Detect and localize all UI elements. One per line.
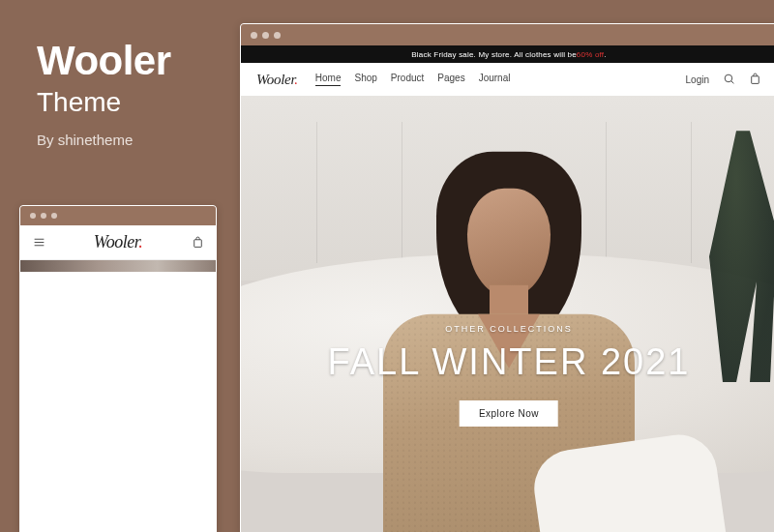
desktop-preview-window: Black Friday sale. My store. All clothes… bbox=[240, 23, 774, 532]
theme-name: Wooler bbox=[37, 41, 171, 81]
svg-rect-6 bbox=[752, 75, 759, 83]
hamburger-menu-icon[interactable] bbox=[30, 234, 47, 251]
traffic-light-dot bbox=[41, 213, 46, 219]
brand-logo-dot: . bbox=[294, 72, 297, 87]
traffic-light-dot bbox=[274, 32, 281, 39]
explore-now-button[interactable]: Explore Now bbox=[460, 400, 558, 427]
hero-eyebrow: OTHER COLLECTIONS bbox=[268, 324, 751, 334]
mobile-hero-strip bbox=[20, 260, 216, 272]
brand-logo[interactable]: Wooler. bbox=[256, 72, 298, 88]
hero-section: OTHER COLLECTIONS FALL WINTER 2021 Explo… bbox=[241, 96, 774, 532]
svg-point-4 bbox=[725, 74, 732, 82]
mobile-body bbox=[20, 272, 216, 532]
theme-byline: By shinetheme bbox=[37, 132, 171, 148]
login-link[interactable]: Login bbox=[686, 74, 709, 85]
nav-item-product[interactable]: Product bbox=[391, 73, 424, 86]
hero-title: FALL WINTER 2021 bbox=[268, 341, 751, 383]
brand-logo-text: Wooler bbox=[94, 232, 138, 251]
traffic-light-dot bbox=[262, 32, 269, 39]
shopping-bag-icon[interactable] bbox=[749, 73, 761, 87]
hero-image bbox=[241, 96, 774, 532]
nav-right: Login bbox=[686, 73, 761, 87]
nav-item-shop[interactable]: Shop bbox=[354, 73, 376, 86]
announcement-suffix: . bbox=[604, 50, 606, 59]
announcement-percent: 60% off bbox=[577, 50, 604, 59]
theme-title-block: Wooler Theme By shinetheme bbox=[37, 41, 171, 148]
brand-logo-text: Wooler bbox=[256, 72, 294, 87]
traffic-light-dot bbox=[251, 32, 257, 39]
window-titlebar bbox=[241, 24, 774, 45]
theme-subtitle: Theme bbox=[37, 87, 171, 118]
brand-logo[interactable]: Wooler. bbox=[94, 232, 142, 252]
svg-rect-3 bbox=[194, 240, 201, 248]
desktop-nav-bar: Wooler. Home Shop Product Pages Journal … bbox=[241, 63, 774, 96]
mobile-preview-window: Wooler. bbox=[19, 205, 217, 532]
shopping-bag-icon[interactable] bbox=[189, 234, 206, 251]
nav-item-pages[interactable]: Pages bbox=[437, 73, 464, 86]
nav-item-home[interactable]: Home bbox=[315, 73, 342, 86]
nav-item-journal[interactable]: Journal bbox=[479, 73, 511, 86]
nav-left: Wooler. Home Shop Product Pages Journal bbox=[256, 72, 510, 88]
announcement-bar: Black Friday sale. My store. All clothes… bbox=[241, 45, 774, 63]
svg-line-5 bbox=[731, 80, 733, 82]
brand-logo-dot: . bbox=[138, 232, 142, 251]
nav-menu: Home Shop Product Pages Journal bbox=[315, 73, 511, 86]
hero-overlay: OTHER COLLECTIONS FALL WINTER 2021 Explo… bbox=[268, 324, 751, 427]
mobile-nav-bar: Wooler. bbox=[20, 225, 216, 260]
traffic-light-dot bbox=[51, 213, 57, 219]
window-titlebar bbox=[20, 206, 216, 225]
traffic-light-dot bbox=[30, 213, 36, 219]
announcement-prefix: Black Friday sale. My store. All clothes… bbox=[411, 50, 577, 59]
search-icon[interactable] bbox=[723, 73, 735, 87]
